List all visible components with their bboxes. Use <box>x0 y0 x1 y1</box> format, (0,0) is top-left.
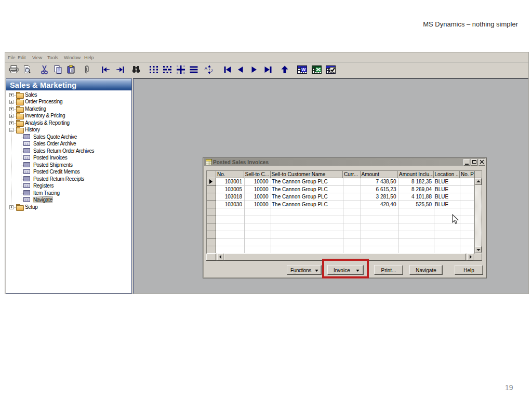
svg-text:W: W <box>301 67 306 72</box>
svg-text:z: z <box>211 68 213 73</box>
svg-text:A: A <box>205 66 208 71</box>
